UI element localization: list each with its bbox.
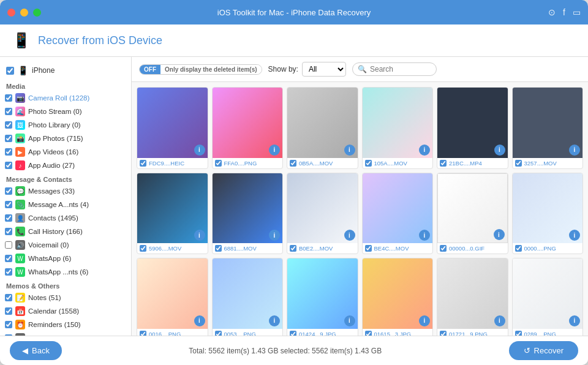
sidebar-item-app-photos[interactable]: 📸 App Photos (715) — [0, 132, 131, 145]
grid-item-checkbox[interactable] — [515, 160, 522, 167]
grid-item[interactable]: i 0000....PNG — [512, 173, 584, 255]
grid-item[interactable]: i 5906....MOV — [137, 173, 208, 255]
grid-item-checkbox[interactable] — [365, 160, 372, 167]
whatsapp-checkbox[interactable] — [5, 255, 12, 262]
grid-item[interactable]: i BE4C....MOV — [362, 173, 434, 255]
info-badge[interactable]: i — [194, 230, 205, 241]
sidebar-item-photo-library[interactable]: 🖼 Photo Library (0) — [0, 118, 131, 132]
app-videos-checkbox[interactable] — [5, 148, 12, 156]
grid-item[interactable]: i 01721...9.PNG — [437, 258, 508, 336]
back-button[interactable]: ◀ Back — [10, 341, 62, 360]
minimize-button[interactable] — [20, 9, 28, 17]
grid-item[interactable]: i 6881....MOV — [212, 173, 284, 255]
device-checkbox[interactable] — [6, 67, 14, 75]
whatsapp-att-checkbox[interactable] — [5, 268, 12, 276]
sidebar-item-whatsapp[interactable]: W WhatsApp (6) — [0, 252, 131, 265]
grid-item[interactable]: i 00000...0.GIF — [437, 173, 508, 255]
grid-item[interactable]: i 01424...9.JPG — [287, 258, 358, 336]
info-badge[interactable]: i — [269, 315, 280, 326]
message-att-checkbox[interactable] — [5, 201, 12, 208]
grid-item-checkbox[interactable] — [290, 245, 296, 252]
grid-item-checkbox[interactable] — [290, 331, 296, 336]
info-badge[interactable]: i — [344, 230, 355, 241]
photo-stream-checkbox[interactable] — [5, 108, 12, 115]
app-photos-checkbox[interactable] — [5, 135, 12, 142]
wifi-icon[interactable]: ⊙ — [548, 7, 556, 17]
close-button[interactable] — [7, 9, 15, 17]
info-badge[interactable]: i — [494, 315, 505, 326]
grid-item-checkbox[interactable] — [140, 245, 146, 252]
sidebar-item-voice-memos[interactable]: + Voice Memos (5) — [0, 331, 131, 336]
info-badge[interactable]: i — [194, 315, 205, 326]
maximize-button[interactable] — [33, 9, 41, 17]
info-badge[interactable]: i — [419, 230, 430, 241]
sidebar-item-photo-stream[interactable]: 🌊 Photo Stream (0) — [0, 105, 131, 118]
grid-item-checkbox[interactable] — [365, 245, 372, 252]
sidebar-item-calendar[interactable]: 📅 Calendar (1558) — [0, 304, 131, 318]
grid-item[interactable]: i 0B5A....MOV — [287, 87, 358, 169]
info-badge[interactable]: i — [569, 315, 580, 326]
sidebar-item-camera-roll[interactable]: 📷 Camera Roll (1228) — [0, 91, 131, 105]
info-badge[interactable]: i — [569, 230, 580, 241]
recover-button[interactable]: ↺ Recover — [509, 341, 578, 360]
sidebar-item-contacts[interactable]: 👤 Contacts (1495) — [0, 211, 131, 225]
call-history-checkbox[interactable] — [5, 228, 12, 235]
sidebar-item-reminders[interactable]: ⏰ Reminders (150) — [0, 318, 131, 331]
notes-checkbox[interactable] — [5, 294, 12, 301]
sidebar-item-app-audio[interactable]: ♪ App Audio (27) — [0, 159, 131, 172]
reminders-checkbox[interactable] — [5, 321, 12, 328]
voicemail-checkbox[interactable] — [5, 241, 12, 249]
grid-item-checkbox[interactable] — [140, 331, 146, 336]
grid-item[interactable]: i 21BC....MP4 — [437, 87, 508, 169]
app-audio-checkbox[interactable] — [5, 162, 12, 169]
search-input[interactable] — [370, 65, 431, 73]
info-badge[interactable]: i — [494, 145, 505, 156]
info-badge[interactable]: i — [269, 230, 280, 241]
grid-item-checkbox[interactable] — [440, 331, 447, 336]
grid-item[interactable]: i FDC9....HEIC — [137, 87, 208, 169]
show-by-select[interactable]: All Photos Videos — [302, 62, 346, 77]
sidebar-item-message-att[interactable]: 📎 Message A...nts (4) — [0, 198, 131, 211]
sidebar-item-call-history[interactable]: 📞 Call History (166) — [0, 225, 131, 238]
chat-icon[interactable]: ▭ — [573, 7, 581, 17]
grid-item[interactable]: i B0E2....MOV — [287, 173, 358, 255]
facebook-icon[interactable]: f — [563, 7, 565, 17]
grid-item[interactable]: i 0053....PNG — [212, 258, 284, 336]
device-item[interactable]: 📱 iPhone — [0, 62, 131, 79]
grid-item-checkbox[interactable] — [440, 160, 447, 167]
info-badge[interactable]: i — [344, 145, 355, 156]
messages-checkbox[interactable] — [5, 187, 12, 195]
grid-item-checkbox[interactable] — [515, 245, 522, 252]
grid-item-checkbox[interactable] — [215, 245, 222, 252]
grid-item-checkbox[interactable] — [365, 331, 372, 336]
grid-item-checkbox[interactable] — [515, 331, 522, 336]
grid-item[interactable]: i 01615...3.JPG — [362, 258, 434, 336]
grid-item[interactable]: i 0016....PNG — [137, 258, 208, 336]
filter-toggle[interactable]: OFF Only display the deleted item(s) — [139, 64, 262, 75]
grid-item[interactable]: i 3257....MOV — [512, 87, 584, 169]
info-badge[interactable]: i — [269, 145, 280, 156]
info-badge[interactable]: i — [419, 145, 430, 156]
sidebar-item-messages[interactable]: 💬 Messages (33) — [0, 184, 131, 198]
sidebar-item-notes[interactable]: 📝 Notes (51) — [0, 291, 131, 304]
grid-item-checkbox[interactable] — [440, 245, 447, 252]
grid-item-checkbox[interactable] — [290, 160, 296, 167]
grid-item[interactable]: i FFA0....PNG — [212, 87, 284, 169]
info-badge[interactable]: i — [569, 145, 580, 156]
info-badge[interactable]: i — [494, 229, 505, 240]
sidebar-item-voicemail[interactable]: 🔊 Voicemail (0) — [0, 238, 131, 252]
info-badge[interactable]: i — [344, 315, 355, 326]
sidebar-item-whatsapp-att[interactable]: W WhatsApp ...nts (6) — [0, 265, 131, 279]
grid-item-checkbox[interactable] — [215, 331, 222, 336]
grid-item-checkbox[interactable] — [215, 160, 222, 167]
grid-item[interactable]: i 0289....PNG — [512, 258, 584, 336]
grid-item[interactable]: i 105A....MOV — [362, 87, 434, 169]
camera-roll-checkbox[interactable] — [5, 94, 12, 102]
info-badge[interactable]: i — [194, 145, 205, 156]
grid-item-checkbox[interactable] — [140, 160, 146, 167]
info-badge[interactable]: i — [419, 315, 430, 326]
contacts-checkbox[interactable] — [5, 214, 12, 222]
photo-library-checkbox[interactable] — [5, 121, 12, 129]
sidebar-item-app-videos[interactable]: ▶ App Videos (16) — [0, 145, 131, 159]
calendar-checkbox[interactable] — [5, 307, 12, 315]
